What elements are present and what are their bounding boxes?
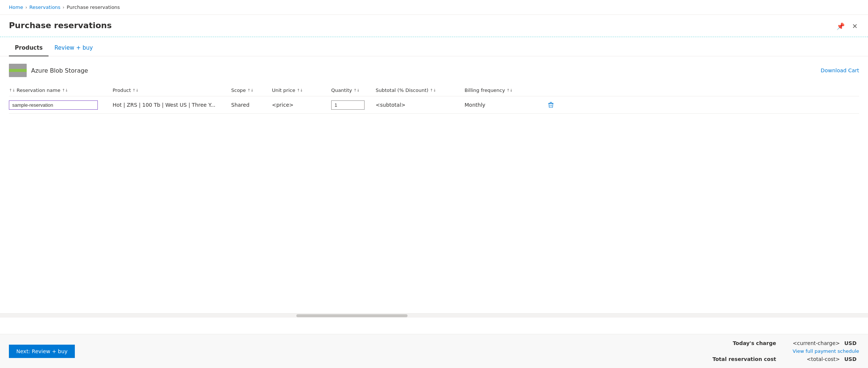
table-header: ↑↓ Reservation name ↑↓ Product ↑↓ Scope … bbox=[9, 84, 859, 96]
product-info: Azure Blob Storage bbox=[9, 64, 88, 77]
cell-reservation-name bbox=[9, 100, 113, 110]
cell-quantity bbox=[331, 100, 376, 110]
product-header-row: Azure Blob Storage Download Cart bbox=[9, 64, 859, 77]
col-reservation-name-sort-icon: ↑↓ bbox=[9, 88, 15, 92]
cell-billing-freq: Monthly bbox=[465, 102, 546, 108]
col-reservation-name-sort2: ↑↓ bbox=[62, 88, 68, 92]
next-review-buy-button[interactable]: Next: Review + buy bbox=[9, 345, 75, 358]
product-name: Azure Blob Storage bbox=[31, 67, 88, 74]
col-subtotal[interactable]: Subtotal (% Discount) ↑↓ bbox=[376, 87, 465, 93]
col-reservation-name-label: Reservation name bbox=[17, 87, 60, 93]
col-billing-freq-label: Billing frequency bbox=[465, 87, 505, 93]
col-product-label: Product bbox=[113, 87, 131, 93]
col-quantity[interactable]: Quantity ↑↓ bbox=[331, 87, 376, 93]
breadcrumb-sep1: › bbox=[25, 5, 27, 10]
close-icon[interactable]: ✕ bbox=[851, 21, 859, 32]
col-product[interactable]: Product ↑↓ bbox=[113, 87, 231, 93]
total-cost-label: Total reservation cost bbox=[695, 356, 776, 362]
subtotal-value: <subtotal> bbox=[376, 102, 406, 108]
col-quantity-sort-icon: ↑↓ bbox=[353, 88, 360, 92]
footer: Next: Review + buy Today's charge <curre… bbox=[0, 334, 868, 368]
col-actions bbox=[546, 87, 564, 93]
product-description: Hot | ZRS | 100 Tb | West US | Three Y..… bbox=[113, 102, 215, 108]
col-scope[interactable]: Scope ↑↓ bbox=[231, 87, 272, 93]
total-cost-row: Total reservation cost <total-cost> USD bbox=[695, 356, 859, 362]
col-subtotal-sort-icon: ↑↓ bbox=[430, 88, 436, 92]
svg-rect-1 bbox=[550, 102, 552, 103]
table-row: Hot | ZRS | 100 Tb | West US | Three Y..… bbox=[9, 96, 859, 114]
quantity-input[interactable] bbox=[331, 100, 365, 110]
view-payment-schedule-link[interactable]: View full payment schedule bbox=[793, 348, 859, 354]
today-charge-currency: USD bbox=[844, 340, 859, 346]
table-container: ↑↓ Reservation name ↑↓ Product ↑↓ Scope … bbox=[9, 84, 859, 114]
unit-price-value: <price> bbox=[272, 102, 293, 108]
scope-value: Shared bbox=[231, 102, 249, 108]
col-scope-sort-icon: ↑↓ bbox=[247, 88, 254, 92]
cell-unit-price: <price> bbox=[272, 102, 331, 108]
cost-summary: Today's charge <current-charge> USD View… bbox=[695, 340, 859, 362]
page-title: Purchase reservations bbox=[9, 21, 112, 30]
azure-blob-storage-icon bbox=[9, 64, 27, 77]
col-unit-price-sort-icon: ↑↓ bbox=[297, 88, 303, 92]
col-subtotal-label: Subtotal (% Discount) bbox=[376, 87, 428, 93]
reservation-name-input[interactable] bbox=[9, 100, 98, 110]
col-billing-freq-sort-icon: ↑↓ bbox=[506, 88, 513, 92]
cell-subtotal: <subtotal> bbox=[376, 102, 465, 108]
col-quantity-label: Quantity bbox=[331, 87, 352, 93]
today-charge-label: Today's charge bbox=[695, 340, 776, 346]
col-product-sort-icon: ↑↓ bbox=[132, 88, 139, 92]
col-reservation-name[interactable]: ↑↓ Reservation name ↑↓ bbox=[9, 87, 113, 93]
breadcrumb: Home › Reservations › Purchase reservati… bbox=[0, 0, 868, 15]
billing-freq-value: Monthly bbox=[465, 102, 485, 108]
tab-review-buy[interactable]: Review + buy bbox=[49, 40, 99, 56]
breadcrumb-current: Purchase reservations bbox=[67, 4, 120, 10]
breadcrumb-sep2: › bbox=[63, 5, 64, 10]
tab-products[interactable]: Products bbox=[9, 40, 49, 56]
cell-product: Hot | ZRS | 100 Tb | West US | Three Y..… bbox=[113, 102, 231, 108]
header-actions: 📌 ✕ bbox=[835, 21, 859, 32]
page-header: Purchase reservations 📌 ✕ bbox=[0, 15, 868, 32]
total-cost-currency: USD bbox=[844, 356, 859, 362]
cell-scope: Shared bbox=[231, 102, 272, 108]
scrollbar-area[interactable] bbox=[0, 313, 868, 318]
pin-icon[interactable]: 📌 bbox=[835, 21, 846, 32]
col-billing-freq[interactable]: Billing frequency ↑↓ bbox=[465, 87, 546, 93]
col-unit-price[interactable]: Unit price ↑↓ bbox=[272, 87, 331, 93]
cell-delete bbox=[546, 100, 564, 110]
total-cost-value: <total-cost> bbox=[781, 356, 840, 362]
breadcrumb-home[interactable]: Home bbox=[9, 4, 23, 10]
download-cart-link[interactable]: Download Cart bbox=[821, 67, 859, 73]
delete-row-button[interactable] bbox=[546, 100, 556, 110]
today-charge-value: <current-charge> bbox=[781, 340, 840, 346]
tabs: Products Review + buy bbox=[0, 40, 868, 56]
breadcrumb-reservations[interactable]: Reservations bbox=[29, 4, 60, 10]
scrollbar-thumb[interactable] bbox=[296, 314, 408, 317]
blue-divider bbox=[0, 37, 868, 37]
today-charge-row: Today's charge <current-charge> USD bbox=[695, 340, 859, 346]
payment-schedule-row: View full payment schedule bbox=[793, 348, 859, 354]
col-scope-label: Scope bbox=[231, 87, 246, 93]
main-content: Azure Blob Storage Download Cart ↑↓ Rese… bbox=[0, 64, 868, 114]
col-unit-price-label: Unit price bbox=[272, 87, 295, 93]
